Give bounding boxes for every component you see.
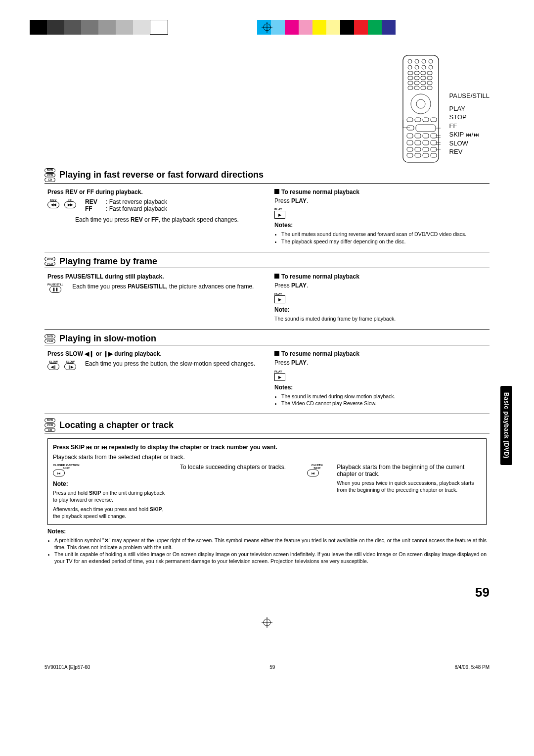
svg-rect-51 <box>431 153 437 157</box>
label-slow: SLOW <box>449 139 490 148</box>
section-title: Playing in fast reverse or fast forward … <box>59 170 264 180</box>
label-rev: REV <box>449 147 490 156</box>
pause-still-button-icon: PAUSE/STILL❚❚ <box>47 283 63 293</box>
rev-button-icon: REV◀◀ <box>47 198 59 212</box>
ff-button-icon: FF▶▶ <box>64 198 76 212</box>
disc-badges: DVD VCD CD <box>44 168 55 182</box>
svg-rect-18 <box>421 76 426 80</box>
slow-fwd-glyph-icon: ❙▶ <box>103 350 113 357</box>
label-pause-still: PAUSE/STILL <box>449 92 490 100</box>
slow-rev-glyph-icon: ◀❙ <box>85 350 94 357</box>
section-tab: Basic playback (DVD) <box>500 386 512 465</box>
svg-rect-25 <box>414 86 419 90</box>
svg-rect-20 <box>408 81 413 85</box>
footer-doc-id: 5V90101A [E]p57-60 <box>44 664 90 670</box>
square-bullet-icon <box>274 189 279 194</box>
svg-rect-45 <box>415 147 421 151</box>
play-button-icon: PLAY▶ <box>274 370 487 381</box>
svg-rect-39 <box>431 134 437 138</box>
remote-diagram: PAUSE/STILL PLAY STOP FF SKIP ⏮ / ⏭ SLOW… <box>44 54 490 163</box>
skip-prev-glyph-icon: ⏮ <box>86 444 92 451</box>
svg-rect-19 <box>427 76 432 80</box>
svg-point-29 <box>416 99 425 108</box>
skip-next-button-icon: CLOSED CAPTIONSKIP ⏭ <box>53 464 80 476</box>
note-item: The unit mutes sound during reverse and … <box>281 231 487 237</box>
svg-point-7 <box>429 59 433 63</box>
prohibition-icon: ✕ <box>104 537 109 543</box>
svg-rect-22 <box>421 81 426 85</box>
label-skip: SKIP ⏮ / ⏭ <box>449 130 490 139</box>
section-slow-motion: DVD VCD Playing in slow-motion <box>44 333 490 345</box>
svg-point-6 <box>422 59 426 63</box>
svg-point-11 <box>429 65 433 69</box>
svg-rect-23 <box>427 81 432 85</box>
svg-rect-40 <box>407 141 413 145</box>
svg-rect-26 <box>421 86 426 90</box>
svg-rect-43 <box>431 141 437 145</box>
svg-rect-46 <box>423 147 429 151</box>
svg-rect-17 <box>414 76 419 80</box>
svg-rect-30 <box>407 118 413 122</box>
svg-point-10 <box>422 65 426 69</box>
print-registration-top <box>30 20 504 40</box>
badge-vcd: VCD <box>44 173 55 178</box>
remote-icon <box>401 54 441 163</box>
svg-rect-15 <box>427 71 432 75</box>
svg-rect-14 <box>421 71 426 75</box>
svg-rect-48 <box>407 153 413 157</box>
play-button-icon: PLAY▶ <box>274 292 487 303</box>
label-ff: FF <box>449 122 490 131</box>
slow-fwd-button-icon: SLOW❙▶ <box>64 360 76 370</box>
color-bars <box>257 20 396 35</box>
svg-rect-33 <box>431 118 437 122</box>
registration-mark-icon <box>262 617 272 628</box>
svg-point-8 <box>408 65 412 69</box>
svg-rect-37 <box>415 134 421 138</box>
footer-page: 59 <box>269 664 275 670</box>
svg-rect-27 <box>427 86 432 90</box>
play-button-icon: PLAY▶ <box>274 208 487 219</box>
locate-instruction-box: Press SKIP ⏮ or ⏭ repeatedly to display … <box>47 438 487 525</box>
note-item: The unit is capable of holding a still v… <box>54 551 487 565</box>
step-title: Press REV or FF during playback. <box>47 189 260 195</box>
svg-rect-31 <box>415 118 421 122</box>
label-stop: STOP <box>449 113 490 122</box>
registration-mark-icon <box>262 22 272 33</box>
svg-point-5 <box>415 59 419 63</box>
svg-rect-44 <box>407 147 413 151</box>
footer-timestamp: 8/4/06, 5:48 PM <box>454 664 490 670</box>
note-item: The playback speed may differ depending … <box>281 238 487 245</box>
section1-left: Press REV or FF during playback. REV◀◀ F… <box>47 189 260 245</box>
svg-point-9 <box>415 65 419 69</box>
svg-rect-21 <box>414 81 419 85</box>
footer: 5V90101A [E]p57-60 59 8/4/06, 5:48 PM <box>44 664 490 670</box>
print-registration-bottom <box>30 615 504 625</box>
svg-rect-36 <box>407 134 413 138</box>
svg-rect-24 <box>408 86 413 90</box>
badge-cd: CD <box>44 178 55 182</box>
svg-rect-12 <box>408 71 413 75</box>
remote-label-list: PAUSE/STILL PLAY STOP FF SKIP ⏮ / ⏭ SLOW… <box>449 92 490 163</box>
page-number: 59 <box>0 585 490 600</box>
svg-rect-16 <box>408 76 413 80</box>
svg-rect-32 <box>423 118 429 122</box>
label-play: PLAY <box>449 104 490 113</box>
svg-rect-41 <box>415 141 421 145</box>
grayscale-bars <box>30 20 168 35</box>
svg-rect-13 <box>414 71 419 75</box>
svg-rect-42 <box>423 141 429 145</box>
badge-dvd: DVD <box>44 168 55 173</box>
svg-rect-35 <box>416 125 436 132</box>
section1-right: To resume normal playback Press PLAY. PL… <box>274 189 487 245</box>
skip-next-glyph-icon: ⏭ <box>101 444 107 451</box>
svg-rect-38 <box>423 134 429 138</box>
skip-prev-button-icon: CH RTNSKIP ⏮ <box>307 464 327 476</box>
section-locating-chapter: DVD VCD CD Locating a chapter or track <box>44 418 490 433</box>
svg-rect-50 <box>423 153 429 157</box>
note-item: A prohibition symbol "✕" may appear at t… <box>54 537 487 551</box>
section-fast-forward-reverse: DVD VCD CD Playing in fast reverse or fa… <box>44 168 490 184</box>
section-frame-by-frame: DVD VCD Playing frame by frame <box>44 256 490 268</box>
svg-point-4 <box>408 59 412 63</box>
svg-rect-34 <box>407 126 414 130</box>
slow-rev-button-icon: SLOW◀❙ <box>47 360 59 370</box>
